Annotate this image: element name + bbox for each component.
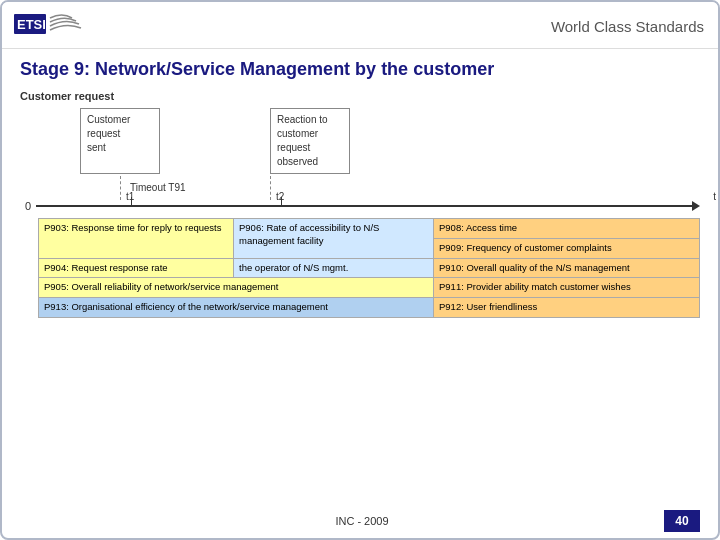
- slide-title: Stage 9: Network/Service Management by t…: [20, 59, 700, 80]
- header-title: World Class Standards: [551, 18, 704, 35]
- t2-label: t2: [276, 191, 284, 202]
- section-label: Customer request: [20, 90, 700, 102]
- timeout-label: Timeout T91: [130, 182, 186, 193]
- footer-center: INC - 2009: [60, 515, 664, 527]
- slide-page: ETSI World Class Standards Stage 9: Netw…: [0, 0, 720, 540]
- t-end-label: t: [713, 191, 716, 202]
- p912-cell: P912: User friendliness: [434, 298, 700, 318]
- timeline-line: t1 t2 t: [36, 205, 692, 207]
- reaction-box: Reaction to customer request observed: [270, 108, 350, 174]
- logo-area: ETSI: [12, 8, 92, 44]
- customer-request-box: Customer request sent: [80, 108, 160, 174]
- p905-cell: P905: Overall reliability of network/ser…: [39, 278, 434, 298]
- table: P903: Response time for reply to request…: [38, 218, 700, 318]
- main-content: Stage 9: Network/Service Management by t…: [2, 49, 718, 326]
- p904-cell: P904: Request response rate: [39, 258, 234, 278]
- p910-cell: P910: Overall quality of the N/S managem…: [434, 258, 700, 278]
- p906-cell: P906: Rate of accessibility to N/S manag…: [234, 219, 434, 259]
- svg-text:ETSI: ETSI: [17, 17, 46, 32]
- timeline: 0 t1 t2 t: [20, 200, 700, 212]
- p909-cell: P909: Frequency of customer complaints: [434, 238, 700, 258]
- page-number: 40: [664, 510, 700, 532]
- operator-cell: the operator of N/S mgmt.: [234, 258, 434, 278]
- performance-table: P903: Response time for reply to request…: [38, 218, 700, 318]
- etsi-logo: ETSI: [12, 8, 92, 44]
- p908-cell: P908: Access time: [434, 219, 700, 239]
- zero-label: 0: [20, 200, 36, 212]
- p911-cell: P911: Provider ability match customer wi…: [434, 278, 700, 298]
- footer: INC - 2009 40: [2, 510, 718, 532]
- header: ETSI World Class Standards: [2, 2, 718, 49]
- timeline-arrow: [692, 201, 700, 211]
- p913-cell: P913: Organisational efficiency of the n…: [39, 298, 434, 318]
- t1-label: t1: [126, 191, 134, 202]
- p903-cell: P903: Response time for reply to request…: [39, 219, 234, 259]
